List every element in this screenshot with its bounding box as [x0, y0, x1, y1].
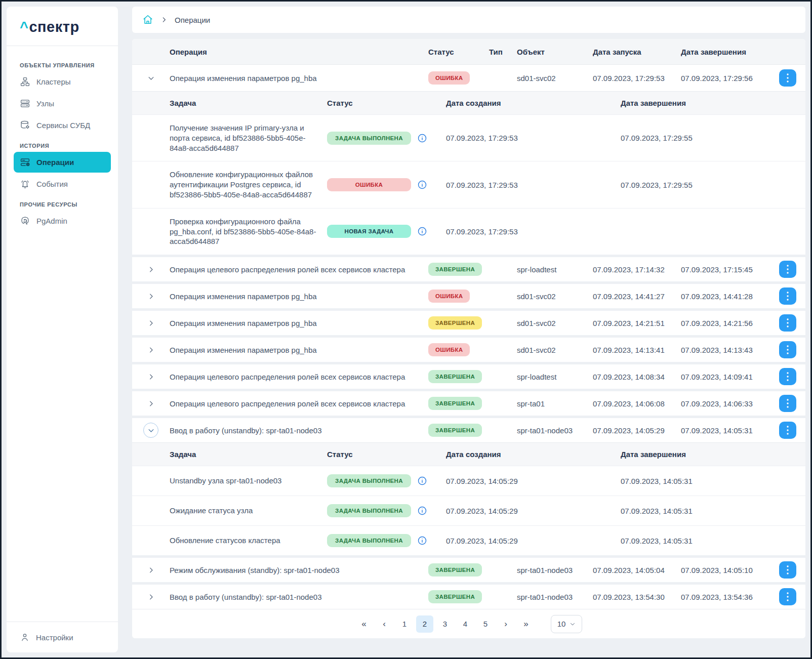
- kebab-menu-icon: [787, 426, 789, 435]
- col-task-status: Статус: [327, 99, 446, 107]
- expand-chevron[interactable]: [143, 262, 158, 277]
- operation-row[interactable]: Операция изменения параметров pg_hba ОШИ…: [132, 335, 805, 362]
- info-icon[interactable]: [417, 226, 427, 236]
- expand-chevron[interactable]: [143, 315, 158, 331]
- sidebar-section-history: ИСТОРИЯ: [20, 143, 105, 149]
- operation-row[interactable]: Ввод в работу (unstandby): spr-ta01-node…: [132, 582, 805, 609]
- operation-started: 07.09.2023, 17:14:32: [593, 265, 681, 274]
- sidebar-item-clusters[interactable]: Кластеры: [14, 71, 111, 92]
- operation-row[interactable]: Режим обслуживания (standby): spr-ta01-n…: [132, 555, 805, 582]
- row-actions-button[interactable]: [779, 561, 796, 579]
- col-object: Объект: [517, 40, 593, 63]
- sidebar-item-label: Узлы: [36, 99, 54, 108]
- row-actions-button[interactable]: [779, 314, 796, 332]
- operation-row[interactable]: Операция целевого распределения ролей вс…: [132, 255, 805, 281]
- col-operation: Операция: [170, 40, 428, 63]
- settings-label: Настройки: [36, 633, 73, 642]
- pagination-first-button[interactable]: «: [355, 615, 373, 633]
- operation-finished: 07.09.2023, 14:05:31: [681, 426, 769, 435]
- status-badge: ОШИБКА: [428, 290, 470, 303]
- task-created: 07.09.2023, 17:29:53: [446, 126, 621, 150]
- task-title: Unstandby узла spr-ta01-node03: [170, 468, 321, 494]
- chevron-right-icon: [147, 293, 155, 300]
- task-row: Unstandby узла spr-ta01-node03 ЗАДАЧА ВЫ…: [132, 466, 805, 496]
- sidebar-item-nodes[interactable]: Узлы: [14, 93, 111, 114]
- row-actions-button[interactable]: [779, 395, 796, 412]
- col-task: Задача: [170, 450, 327, 459]
- info-icon[interactable]: [417, 536, 427, 546]
- col-status: Статус: [428, 40, 489, 63]
- row-actions-button[interactable]: [779, 261, 796, 278]
- operation-row[interactable]: Операция целевого распределения ролей вс…: [132, 362, 805, 389]
- sidebar-item-label: Операции: [36, 158, 74, 167]
- operation-started: 07.09.2023, 14:13:41: [593, 346, 681, 354]
- task-row: Обновление конфигурационных файлов аутен…: [132, 161, 805, 208]
- nodes-icon: [20, 98, 30, 109]
- home-icon[interactable]: [142, 14, 153, 25]
- breadcrumb-current: Операции: [175, 16, 210, 24]
- logo-caret: ^: [20, 19, 28, 35]
- operation-title: Операция целевого распределения ролей вс…: [170, 265, 428, 274]
- row-actions-button[interactable]: [779, 422, 796, 439]
- operation-finished: 07.09.2023, 14:06:33: [681, 399, 769, 408]
- sidebar-item-pgadmin[interactable]: PgAdmin: [14, 211, 111, 231]
- info-icon[interactable]: [417, 476, 427, 486]
- row-actions-button[interactable]: [779, 588, 796, 605]
- status-badge: ЗАВЕРШЕНА: [428, 316, 482, 330]
- expand-chevron[interactable]: [143, 70, 158, 86]
- operation-row[interactable]: Операция изменения параметров pg_hba ЗАВ…: [132, 308, 805, 335]
- operations-table-rows: Операция изменения параметров pg_hba ОШИ…: [132, 64, 805, 609]
- operation-row[interactable]: Операция изменения параметров pg_hba ОШИ…: [132, 281, 805, 308]
- operation-object: spr-ta01-node03: [517, 426, 593, 435]
- expand-chevron[interactable]: [143, 289, 158, 304]
- operation-title: Операция изменения параметров pg_hba: [170, 74, 428, 83]
- pagination-last-button[interactable]: »: [517, 615, 535, 633]
- col-finished: Дата завершения: [681, 40, 769, 63]
- info-icon[interactable]: [417, 180, 427, 190]
- page-size-value: 10: [557, 620, 566, 628]
- expand-chevron[interactable]: [143, 396, 158, 411]
- sidebar-item-events[interactable]: События: [14, 174, 111, 194]
- app-logo: ^спектр: [7, 7, 118, 46]
- operation-row[interactable]: Операция изменения параметров pg_hba ОШИ…: [132, 64, 805, 91]
- info-icon[interactable]: [417, 506, 427, 516]
- pgadmin-icon: [20, 216, 30, 226]
- pagination-page-button[interactable]: 2: [416, 615, 433, 633]
- pagination-next-button[interactable]: ›: [497, 615, 514, 633]
- task-title: Проверка конфигурационного файла pg_hba.…: [170, 209, 321, 255]
- operation-started: 07.09.2023, 14:41:27: [593, 292, 681, 301]
- sidebar-item-db-services[interactable]: Сервисы СУБД: [14, 115, 111, 136]
- expand-chevron[interactable]: [143, 589, 158, 604]
- chevron-right-icon: [147, 566, 155, 574]
- chevron-right-icon: [147, 427, 155, 434]
- expand-chevron[interactable]: [143, 342, 158, 357]
- expand-chevron[interactable]: [143, 562, 158, 578]
- pagination-page-button[interactable]: 4: [457, 615, 474, 633]
- info-icon[interactable]: [417, 133, 427, 143]
- app-window: ^спектр ОБЪЕКТЫ УПРАВЛЕНИЯ Кластеры Узлы…: [0, 0, 812, 659]
- sidebar-item-label: Сервисы СУБД: [36, 121, 90, 130]
- operation-title: Режим обслуживания (standby): spr-ta01-n…: [170, 566, 428, 574]
- operation-finished: 07.09.2023, 13:54:36: [681, 593, 769, 601]
- operation-row[interactable]: Операция целевого распределения ролей вс…: [132, 389, 805, 416]
- row-actions-button[interactable]: [779, 368, 796, 385]
- operation-object: sd01-svc02: [517, 292, 593, 301]
- task-finished: 07.09.2023, 14:05:31: [621, 528, 805, 553]
- row-actions-button[interactable]: [779, 69, 796, 87]
- row-actions-button[interactable]: [779, 341, 796, 358]
- sidebar-item-settings[interactable]: Настройки: [7, 622, 118, 652]
- pagination-page-button[interactable]: 1: [396, 615, 413, 633]
- row-actions-button[interactable]: [779, 287, 796, 305]
- task-finished: 07.09.2023, 17:29:55: [621, 173, 805, 197]
- pagination-page-button[interactable]: 5: [477, 615, 494, 633]
- operation-finished: 07.09.2023, 14:13:43: [681, 346, 769, 354]
- operation-finished: 07.09.2023, 17:29:56: [681, 74, 769, 83]
- col-task-finished: Дата завершения: [621, 450, 805, 459]
- expand-chevron[interactable]: [143, 423, 158, 438]
- sidebar-item-operations[interactable]: Операции: [14, 152, 111, 173]
- pagination-page-button[interactable]: 3: [436, 615, 454, 633]
- page-size-select[interactable]: 10: [551, 615, 582, 633]
- pagination-prev-button[interactable]: ‹: [376, 615, 393, 633]
- expand-chevron[interactable]: [143, 369, 158, 384]
- operation-row[interactable]: Ввод в работу (unstandby): spr-ta01-node…: [132, 416, 805, 442]
